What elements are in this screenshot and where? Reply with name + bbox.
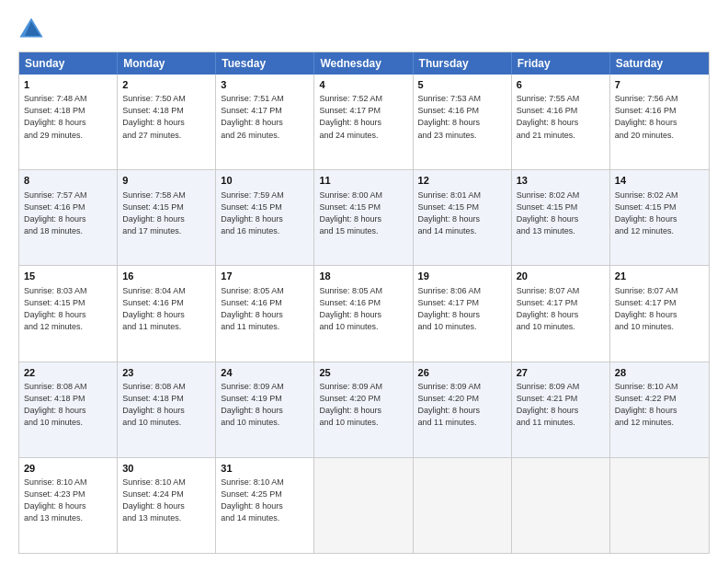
calendar-cell — [414, 458, 512, 553]
day-info: Sunrise: 7:58 AM Sunset: 4:15 PM Dayligh… — [122, 190, 210, 237]
header — [18, 17, 710, 42]
header-day-wednesday: Wednesday — [314, 52, 413, 75]
day-info: Sunrise: 8:10 AM Sunset: 4:25 PM Dayligh… — [221, 477, 309, 524]
day-info: Sunrise: 8:10 AM Sunset: 4:22 PM Dayligh… — [615, 381, 704, 429]
calendar-cell: 19Sunrise: 8:06 AM Sunset: 4:17 PM Dayli… — [414, 266, 512, 361]
calendar-cell — [512, 458, 610, 553]
day-number: 19 — [418, 270, 506, 283]
calendar-cell: 26Sunrise: 8:09 AM Sunset: 4:20 PM Dayli… — [414, 362, 512, 457]
calendar-cell: 15Sunrise: 8:03 AM Sunset: 4:15 PM Dayli… — [19, 266, 118, 361]
day-number: 8 — [24, 174, 112, 188]
calendar-cell: 10Sunrise: 7:59 AM Sunset: 4:15 PM Dayli… — [216, 170, 314, 265]
header-day-sunday: Sunday — [19, 52, 118, 75]
day-number: 21 — [615, 270, 704, 283]
day-info: Sunrise: 8:09 AM Sunset: 4:21 PM Dayligh… — [517, 381, 605, 429]
page: SundayMondayTuesdayWednesdayThursdayFrid… — [0, 0, 728, 563]
day-number: 2 — [122, 78, 210, 92]
calendar-cell: 4Sunrise: 7:52 AM Sunset: 4:17 PM Daylig… — [314, 75, 413, 169]
day-number: 10 — [221, 174, 309, 188]
calendar-body: 1Sunrise: 7:48 AM Sunset: 4:18 PM Daylig… — [19, 75, 709, 553]
calendar-cell: 24Sunrise: 8:09 AM Sunset: 4:19 PM Dayli… — [216, 362, 314, 457]
day-number: 3 — [221, 78, 309, 92]
day-info: Sunrise: 7:50 AM Sunset: 4:18 PM Dayligh… — [122, 93, 210, 141]
calendar-cell: 14Sunrise: 8:02 AM Sunset: 4:15 PM Dayli… — [610, 170, 709, 265]
day-info: Sunrise: 8:02 AM Sunset: 4:15 PM Dayligh… — [517, 190, 605, 237]
calendar-cell — [610, 458, 709, 553]
day-info: Sunrise: 7:57 AM Sunset: 4:16 PM Dayligh… — [24, 190, 112, 237]
day-number: 13 — [517, 174, 605, 188]
calendar-cell: 31Sunrise: 8:10 AM Sunset: 4:25 PM Dayli… — [216, 458, 314, 553]
day-number: 29 — [24, 462, 112, 476]
day-info: Sunrise: 8:06 AM Sunset: 4:17 PM Dayligh… — [418, 285, 506, 333]
day-info: Sunrise: 8:07 AM Sunset: 4:17 PM Dayligh… — [615, 285, 704, 333]
calendar-cell: 12Sunrise: 8:01 AM Sunset: 4:15 PM Dayli… — [414, 170, 512, 265]
day-info: Sunrise: 8:08 AM Sunset: 4:18 PM Dayligh… — [24, 381, 112, 429]
calendar-cell: 18Sunrise: 8:05 AM Sunset: 4:16 PM Dayli… — [314, 266, 413, 361]
day-number: 25 — [319, 366, 407, 380]
calendar-cell — [314, 458, 413, 553]
header-day-monday: Monday — [118, 52, 216, 75]
calendar-cell: 21Sunrise: 8:07 AM Sunset: 4:17 PM Dayli… — [610, 266, 709, 361]
day-info: Sunrise: 7:55 AM Sunset: 4:16 PM Dayligh… — [517, 93, 605, 141]
day-number: 5 — [418, 78, 506, 92]
day-number: 9 — [122, 174, 210, 188]
calendar-cell: 7Sunrise: 7:56 AM Sunset: 4:16 PM Daylig… — [610, 75, 709, 169]
calendar-header: SundayMondayTuesdayWednesdayThursdayFrid… — [19, 52, 709, 75]
day-info: Sunrise: 8:10 AM Sunset: 4:23 PM Dayligh… — [24, 477, 112, 524]
calendar-row-1: 1Sunrise: 7:48 AM Sunset: 4:18 PM Daylig… — [19, 75, 709, 169]
calendar-cell: 20Sunrise: 8:07 AM Sunset: 4:17 PM Dayli… — [512, 266, 610, 361]
day-info: Sunrise: 7:52 AM Sunset: 4:17 PM Dayligh… — [319, 93, 407, 141]
calendar-row-4: 22Sunrise: 8:08 AM Sunset: 4:18 PM Dayli… — [19, 362, 709, 457]
calendar-cell: 3Sunrise: 7:51 AM Sunset: 4:17 PM Daylig… — [216, 75, 314, 169]
day-info: Sunrise: 8:02 AM Sunset: 4:15 PM Dayligh… — [615, 190, 704, 237]
day-info: Sunrise: 7:48 AM Sunset: 4:18 PM Dayligh… — [24, 93, 112, 141]
calendar-cell: 9Sunrise: 7:58 AM Sunset: 4:15 PM Daylig… — [118, 170, 216, 265]
day-number: 27 — [517, 366, 605, 380]
day-info: Sunrise: 8:05 AM Sunset: 4:16 PM Dayligh… — [319, 285, 407, 333]
calendar-row-2: 8Sunrise: 7:57 AM Sunset: 4:16 PM Daylig… — [19, 169, 709, 265]
calendar-row-5: 29Sunrise: 8:10 AM Sunset: 4:23 PM Dayli… — [19, 457, 709, 553]
day-info: Sunrise: 8:03 AM Sunset: 4:15 PM Dayligh… — [24, 285, 112, 333]
calendar: SundayMondayTuesdayWednesdayThursdayFrid… — [18, 52, 710, 554]
day-number: 17 — [221, 270, 309, 283]
day-number: 31 — [221, 462, 309, 476]
day-number: 15 — [24, 270, 112, 283]
day-number: 26 — [418, 366, 506, 380]
calendar-cell: 2Sunrise: 7:50 AM Sunset: 4:18 PM Daylig… — [118, 75, 216, 169]
calendar-cell: 5Sunrise: 7:53 AM Sunset: 4:16 PM Daylig… — [414, 75, 512, 169]
day-info: Sunrise: 8:10 AM Sunset: 4:24 PM Dayligh… — [122, 477, 210, 524]
day-info: Sunrise: 8:01 AM Sunset: 4:15 PM Dayligh… — [418, 190, 506, 237]
day-info: Sunrise: 8:09 AM Sunset: 4:19 PM Dayligh… — [221, 381, 309, 429]
day-info: Sunrise: 8:07 AM Sunset: 4:17 PM Dayligh… — [517, 285, 605, 333]
day-number: 12 — [418, 174, 506, 188]
day-info: Sunrise: 7:56 AM Sunset: 4:16 PM Dayligh… — [615, 93, 704, 141]
day-number: 22 — [24, 366, 112, 380]
day-number: 16 — [122, 270, 210, 283]
day-number: 1 — [24, 78, 112, 92]
day-number: 6 — [517, 78, 605, 92]
calendar-cell: 13Sunrise: 8:02 AM Sunset: 4:15 PM Dayli… — [512, 170, 610, 265]
logo-icon — [18, 17, 44, 42]
day-info: Sunrise: 8:05 AM Sunset: 4:16 PM Dayligh… — [221, 285, 309, 333]
day-info: Sunrise: 8:00 AM Sunset: 4:15 PM Dayligh… — [319, 190, 407, 237]
day-number: 28 — [615, 366, 704, 380]
day-info: Sunrise: 8:08 AM Sunset: 4:18 PM Dayligh… — [122, 381, 210, 429]
calendar-cell: 28Sunrise: 8:10 AM Sunset: 4:22 PM Dayli… — [610, 362, 709, 457]
day-number: 24 — [221, 366, 309, 380]
day-number: 14 — [615, 174, 704, 188]
day-info: Sunrise: 7:51 AM Sunset: 4:17 PM Dayligh… — [221, 93, 309, 141]
calendar-cell: 6Sunrise: 7:55 AM Sunset: 4:16 PM Daylig… — [512, 75, 610, 169]
calendar-cell: 30Sunrise: 8:10 AM Sunset: 4:24 PM Dayli… — [118, 458, 216, 553]
calendar-cell: 23Sunrise: 8:08 AM Sunset: 4:18 PM Dayli… — [118, 362, 216, 457]
header-day-friday: Friday — [512, 52, 610, 75]
day-info: Sunrise: 8:09 AM Sunset: 4:20 PM Dayligh… — [319, 381, 407, 429]
day-info: Sunrise: 7:59 AM Sunset: 4:15 PM Dayligh… — [221, 190, 309, 237]
header-day-saturday: Saturday — [610, 52, 709, 75]
day-info: Sunrise: 8:09 AM Sunset: 4:20 PM Dayligh… — [418, 381, 506, 429]
calendar-cell: 8Sunrise: 7:57 AM Sunset: 4:16 PM Daylig… — [19, 170, 118, 265]
day-number: 11 — [319, 174, 407, 188]
header-day-tuesday: Tuesday — [216, 52, 314, 75]
calendar-row-3: 15Sunrise: 8:03 AM Sunset: 4:15 PM Dayli… — [19, 265, 709, 361]
day-number: 7 — [615, 78, 704, 92]
header-day-thursday: Thursday — [414, 52, 512, 75]
